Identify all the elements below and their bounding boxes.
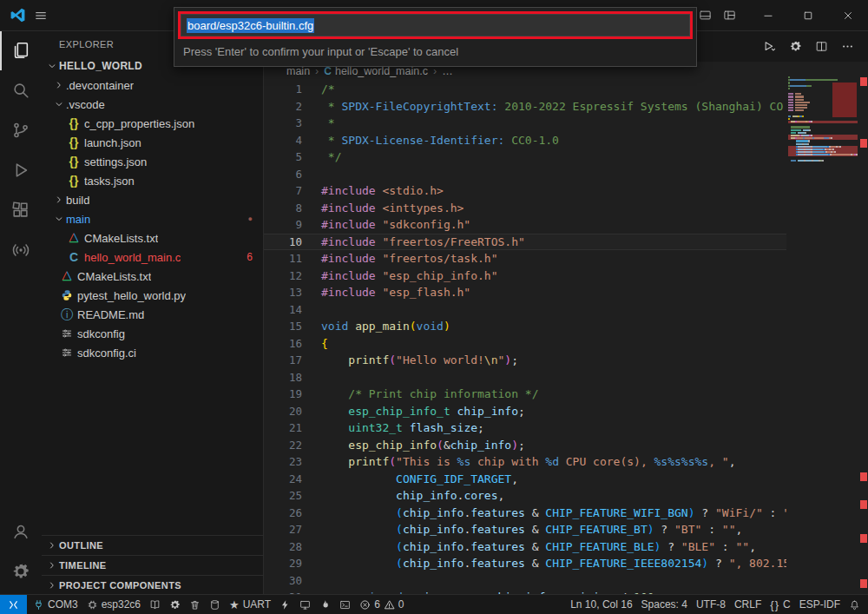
- line-number[interactable]: 20: [264, 403, 302, 420]
- cursor-position[interactable]: Ln 10, Col 16: [566, 595, 636, 614]
- tree-item-c-cpp-properties-json[interactable]: {}c_cpp_properties.json: [42, 114, 263, 133]
- tree-item-sdkconfig[interactable]: sdkconfig: [42, 324, 263, 343]
- line-number[interactable]: 26: [264, 505, 302, 522]
- code-line-9[interactable]: 9#include "sdkconfig.h": [264, 216, 786, 234]
- line-number[interactable]: 2: [264, 98, 302, 116]
- section-outline[interactable]: OUTLINE: [42, 536, 263, 555]
- code-line-27[interactable]: 27 (chip_info.features & CHIP_FEATURE_BT…: [264, 521, 786, 538]
- tree-item-settings-json[interactable]: {}settings.json: [42, 152, 263, 171]
- activity-run-and-debug[interactable]: [0, 150, 42, 190]
- code-line-29[interactable]: 29 (chip_info.features & CHIP_FEATURE_IE…: [264, 555, 786, 572]
- code-line-20[interactable]: 20 esp_chip_info_t chip_info;: [264, 403, 786, 420]
- code-line-7[interactable]: 7#include <stdio.h>: [264, 182, 786, 200]
- tree-item-build[interactable]: build: [42, 190, 263, 209]
- code-line-10[interactable]: 10#include "freertos/FreeRTOS.h": [264, 234, 786, 251]
- split-editor-button[interactable]: [815, 40, 828, 53]
- tree-item-vscode[interactable]: .vscode: [42, 95, 263, 114]
- section-timeline[interactable]: TIMELINE: [42, 555, 263, 575]
- code-line-15[interactable]: 15void app_main(void): [264, 318, 786, 335]
- line-number[interactable]: 22: [264, 437, 302, 454]
- code-line-6[interactable]: 6: [264, 166, 786, 183]
- more-actions-button[interactable]: [841, 40, 854, 53]
- minimap[interactable]: [788, 76, 858, 595]
- line-number[interactable]: 28: [264, 538, 302, 556]
- code-line-5[interactable]: 5 */: [264, 149, 786, 166]
- activity-search[interactable]: [0, 70, 42, 110]
- run-button[interactable]: [763, 40, 776, 53]
- code-area[interactable]: 1/*2 * SPDX-FileCopyrightText: 2010-2022…: [264, 81, 786, 595]
- menuconfig-button[interactable]: [165, 595, 185, 614]
- line-number[interactable]: 17: [264, 352, 302, 369]
- line-number[interactable]: 29: [264, 555, 302, 572]
- open-idf-terminal-button[interactable]: [145, 595, 165, 614]
- line-number[interactable]: 14: [264, 301, 302, 319]
- line-number[interactable]: 15: [264, 318, 302, 335]
- flash-device-button[interactable]: [275, 595, 295, 614]
- activity-accounts[interactable]: [0, 512, 42, 551]
- menu-icon[interactable]: [34, 9, 48, 23]
- tree-item-cmakelists-txt[interactable]: CMakeLists.txt: [42, 228, 263, 248]
- close-button[interactable]: [828, 0, 868, 30]
- line-number[interactable]: 18: [264, 369, 302, 386]
- line-number[interactable]: 30: [264, 572, 302, 590]
- code-line-25[interactable]: 25 chip_info.cores,: [264, 487, 786, 505]
- code-line-2[interactable]: 2 * SPDX-FileCopyrightText: 2010-2022 Es…: [264, 98, 786, 116]
- code-line-4[interactable]: 4 * SPDX-License-Identifier: CC0-1.0: [264, 132, 786, 149]
- erase-flash-button[interactable]: [205, 595, 225, 614]
- code-line-19[interactable]: 19 /* Print chip information */: [264, 386, 786, 403]
- tree-item-pytest-hello-world-py[interactable]: pytest_hello_world.py: [42, 286, 263, 305]
- toggle-panel-button[interactable]: [699, 9, 712, 22]
- customize-layout-button[interactable]: [723, 9, 736, 22]
- code-line-16[interactable]: 16{: [264, 335, 786, 353]
- code-line-11[interactable]: 11#include "freertos/task.h": [264, 250, 786, 267]
- line-number[interactable]: 13: [264, 284, 302, 301]
- line-number[interactable]: 5: [264, 149, 302, 166]
- eol-sequence[interactable]: CRLF: [730, 595, 766, 614]
- code-line-24[interactable]: 24 CONFIG_IDF_TARGET,: [264, 471, 786, 488]
- tree-item-launch-json[interactable]: {}launch.json: [42, 133, 263, 152]
- line-number[interactable]: 21: [264, 419, 302, 437]
- full-clean-button[interactable]: [185, 595, 205, 614]
- line-number[interactable]: 6: [264, 166, 302, 183]
- code-line-1[interactable]: 1/*: [264, 81, 786, 98]
- breadcrumb-item-hello-world-main-c[interactable]: Chello_world_main.c: [324, 65, 428, 77]
- line-number[interactable]: 16: [264, 335, 302, 353]
- tree-item-hello-world-main-c[interactable]: Chello_world_main.c6: [42, 248, 263, 267]
- line-number[interactable]: 11: [264, 250, 302, 267]
- activity-explorer[interactable]: [0, 30, 42, 70]
- serial-port-button[interactable]: COM3: [29, 595, 82, 614]
- line-number[interactable]: 9: [264, 216, 302, 234]
- idf-target-button[interactable]: esp32c6: [82, 595, 145, 614]
- tree-item-sdkconfig-ci[interactable]: sdkconfig.ci: [42, 343, 263, 362]
- line-number[interactable]: 25: [264, 487, 302, 505]
- code-line-18[interactable]: 18: [264, 369, 786, 386]
- flash-method-button[interactable]: ★UART: [225, 595, 275, 614]
- notifications-bell[interactable]: [845, 595, 865, 614]
- code-line-21[interactable]: 21 uint32_t flash_size;: [264, 419, 786, 437]
- code-line-26[interactable]: 26 (chip_info.features & CHIP_FEATURE_WI…: [264, 505, 786, 522]
- build-flash-monitor-button[interactable]: [315, 595, 335, 614]
- activity-source-control[interactable]: [0, 110, 42, 150]
- breadcrumb-item-main[interactable]: main: [286, 65, 310, 77]
- tree-item-cmakelists-txt[interactable]: CMakeLists.txt: [42, 267, 263, 286]
- line-number[interactable]: 24: [264, 471, 302, 488]
- line-number[interactable]: 7: [264, 182, 302, 200]
- code-line-13[interactable]: 13#include "esp_flash.h": [264, 284, 786, 301]
- line-number[interactable]: 23: [264, 453, 302, 471]
- remote-indicator[interactable]: [0, 595, 27, 614]
- code-line-30[interactable]: 30: [264, 572, 786, 590]
- line-number[interactable]: 12: [264, 267, 302, 285]
- line-number[interactable]: 8: [264, 200, 302, 217]
- activity-manage-settings[interactable]: [0, 551, 42, 591]
- code-line-8[interactable]: 8#include <inttypes.h>: [264, 200, 786, 217]
- code-line-23[interactable]: 23 printf("This is %s chip with %d CPU c…: [264, 453, 786, 471]
- quick-input-field[interactable]: board/esp32c6-builtin.cfg: [181, 14, 690, 36]
- code-line-17[interactable]: 17 printf("Hello world!\n");: [264, 352, 786, 369]
- language-mode[interactable]: {}C: [766, 595, 794, 614]
- esp-idf-extension[interactable]: ESP-IDF: [795, 595, 845, 614]
- encoding[interactable]: UTF-8: [692, 595, 730, 614]
- section-project-components[interactable]: PROJECT COMPONENTS: [42, 575, 263, 595]
- minimize-button[interactable]: [748, 0, 788, 30]
- code-line-12[interactable]: 12#include "esp_chip_info.h": [264, 267, 786, 285]
- line-number[interactable]: 19: [264, 386, 302, 403]
